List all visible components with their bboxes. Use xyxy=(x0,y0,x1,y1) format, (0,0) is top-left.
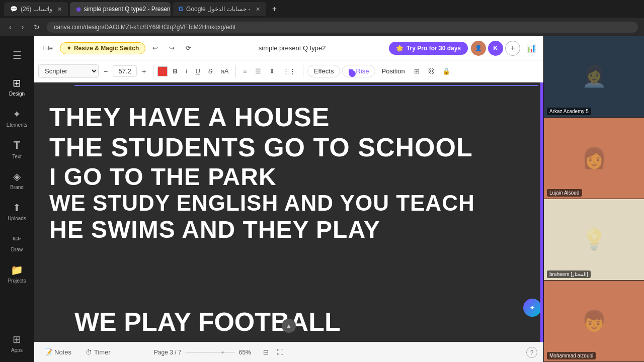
rise-button[interactable]: ⬤ Rise xyxy=(342,65,375,77)
participant-face-3: 👦 xyxy=(544,281,644,361)
list-button[interactable]: ☰ xyxy=(252,65,264,77)
effects-button[interactable]: Effects xyxy=(307,65,341,77)
selection-top-border xyxy=(74,85,538,86)
position-button[interactable]: Position xyxy=(377,65,409,77)
rise-label: Rise xyxy=(356,67,369,75)
sidebar-item-menu[interactable]: ☰ xyxy=(2,40,32,70)
strikethrough-button[interactable]: S xyxy=(205,65,216,77)
divider-3 xyxy=(303,65,303,77)
menu-icon: ☰ xyxy=(13,49,22,61)
avatar-initial: 👤 xyxy=(475,45,482,51)
magic-button[interactable]: ⟳ xyxy=(182,42,195,54)
timer-icon: ⏱ xyxy=(86,348,92,356)
magic-icon: ⟳ xyxy=(186,44,191,52)
participants-panel: 👩‍💼 Arkaz Academy 5 👩 Lujain Alsoud 💡 br… xyxy=(543,36,644,362)
sidebar-item-label-draw: Draw xyxy=(11,247,23,252)
participant-tile-1: 👩 Lujain Alsoud xyxy=(544,118,644,199)
participant-tile-2: 💡 braheem [المختار] xyxy=(544,199,644,281)
sidebar-item-label-elements: Elements xyxy=(7,122,28,128)
url-input[interactable] xyxy=(47,22,638,33)
font-size-control: − + xyxy=(101,65,149,77)
font-size-decrease[interactable]: − xyxy=(101,66,111,76)
sidebar-item-label-text: Text xyxy=(12,154,21,159)
lock-button[interactable]: 🔒 xyxy=(439,65,453,77)
link-button[interactable]: ⛓ xyxy=(425,65,437,77)
file-button[interactable]: File xyxy=(38,42,57,54)
magic-assist-button[interactable]: ✦ xyxy=(523,299,541,317)
fullscreen-button[interactable]: ⛶ xyxy=(275,347,285,357)
sidebar-item-draw[interactable]: ✏ Draw xyxy=(2,227,32,257)
resize-magic-button[interactable]: ✦ Resize & Magic Switch xyxy=(60,42,145,54)
grid-icon-button[interactable]: ⊞ xyxy=(411,65,423,77)
position-label: Position xyxy=(381,67,405,75)
font-size-input[interactable] xyxy=(113,65,137,77)
add-collaborator-button[interactable]: + xyxy=(505,41,520,56)
redo-button[interactable]: ↪ xyxy=(165,42,179,54)
tab-close-0[interactable]: ✕ xyxy=(57,6,62,13)
underline-button[interactable]: U xyxy=(192,65,203,77)
bold-button[interactable]: B xyxy=(170,65,180,77)
sidebar-item-design[interactable]: ⊞ Design xyxy=(2,71,32,102)
bottom-center-controls: Page 3 / 7 ──────────●─── 65% ⊟ ⛶ xyxy=(123,347,316,357)
try-pro-label: Try Pro for 30 days xyxy=(407,45,461,52)
font-family-select[interactable]: Scripter xyxy=(38,64,99,78)
tab-bar: 💬 واتساب (26) ✕ ◉ simple present Q type2… xyxy=(0,0,644,18)
tab-close-2[interactable]: ✕ xyxy=(256,6,260,13)
sidebar-item-uploads[interactable]: ⬆ Uploads xyxy=(2,196,32,226)
sidebar-item-label-design: Design xyxy=(9,91,25,97)
apps-icon: ⊞ xyxy=(13,333,21,345)
analytics-icon: 📊 xyxy=(526,44,536,52)
rise-dot: ⬤ xyxy=(349,69,353,73)
participant-face-1: 👩 xyxy=(544,118,644,199)
chevron-up-icon: ▲ xyxy=(286,322,292,329)
tab-label-0: واتساب (26) xyxy=(21,6,52,13)
tab-whatsapp[interactable]: 💬 واتساب (26) ✕ xyxy=(4,2,68,16)
italic-button[interactable]: I xyxy=(183,65,191,77)
participant-name-0: Arkaz Academy 5 xyxy=(547,108,591,115)
grid-layout-button[interactable]: ⊟ xyxy=(261,347,271,357)
participant-tile-0: 👩‍💼 Arkaz Academy 5 xyxy=(544,36,644,118)
format-toolbar: Scripter − + B I U S aA ≡ ☰ ⇕ ⋮⋮ Effects xyxy=(34,60,543,82)
file-label: File xyxy=(42,44,53,52)
slide-line-1: THEY HAVE A HOUSE xyxy=(49,103,528,133)
tab-favicon-1: ◉ xyxy=(76,6,81,13)
text-color-swatch[interactable] xyxy=(157,66,168,76)
sidebar-item-label-brand: Brand xyxy=(10,185,24,190)
participant-name-3: Mohammad alzoubi xyxy=(547,352,596,359)
sidebar-item-projects[interactable]: 📁 Projects xyxy=(2,258,32,289)
sidebar-item-text[interactable]: T Text xyxy=(2,134,32,164)
doc-title: simple present Q type2 xyxy=(259,44,326,52)
undo-button[interactable]: ↩ xyxy=(148,42,162,54)
new-tab-button[interactable]: + xyxy=(268,3,281,16)
zoom-percent: 65% xyxy=(239,349,257,356)
try-pro-button[interactable]: 🌟 Try Pro for 30 days xyxy=(389,42,468,55)
sidebar-item-apps[interactable]: ⊞ Apps xyxy=(2,328,32,358)
sidebar-item-label-projects: Projects xyxy=(8,278,26,284)
canvas-area[interactable]: THEY HAVE A HOUSE THE STUDENTS GO TO SCH… xyxy=(34,82,543,342)
align-button[interactable]: ≡ xyxy=(240,65,250,77)
slide-line-4: WE STUDY ENGLiSH AND YOU TEACH xyxy=(49,191,528,216)
slide-line-3: i GO TO THE PARK xyxy=(49,163,528,191)
notes-icon: 📝 xyxy=(44,348,52,356)
distribute-button[interactable]: ⋮⋮ xyxy=(280,65,299,77)
sidebar-item-elements[interactable]: ✦ Elements xyxy=(2,103,32,133)
font-size-increase[interactable]: + xyxy=(139,66,149,76)
timer-button[interactable]: ⏱ Timer xyxy=(82,346,115,358)
forward-button[interactable]: › xyxy=(19,22,27,32)
scroll-bar-purple[interactable] xyxy=(540,82,543,342)
back-button[interactable]: ‹ xyxy=(6,22,15,32)
help-button[interactable]: ? xyxy=(526,347,537,358)
spacing-button[interactable]: ⇕ xyxy=(266,65,278,77)
page-up-button[interactable]: ▲ xyxy=(282,319,296,333)
tab-canva[interactable]: ◉ simple present Q type2 - Presen… ✕ xyxy=(70,2,171,16)
effects-label: Effects xyxy=(314,67,334,75)
analytics-button[interactable]: 📊 xyxy=(523,41,539,55)
reload-button[interactable]: ↻ xyxy=(31,22,43,32)
case-button[interactable]: aA xyxy=(217,65,231,77)
bottom-line-text: WE PLAY FOOTBALL xyxy=(74,307,341,336)
sidebar-item-brand[interactable]: ◈ Brand xyxy=(2,165,32,195)
tab-google[interactable]: G Google حسابات الدخول - ✕ xyxy=(173,2,266,16)
notes-button[interactable]: 📝 Notes xyxy=(40,346,75,358)
avatar-group: 👤 K + xyxy=(471,41,520,56)
participant-name-2: braheem [المختار] xyxy=(547,270,591,278)
